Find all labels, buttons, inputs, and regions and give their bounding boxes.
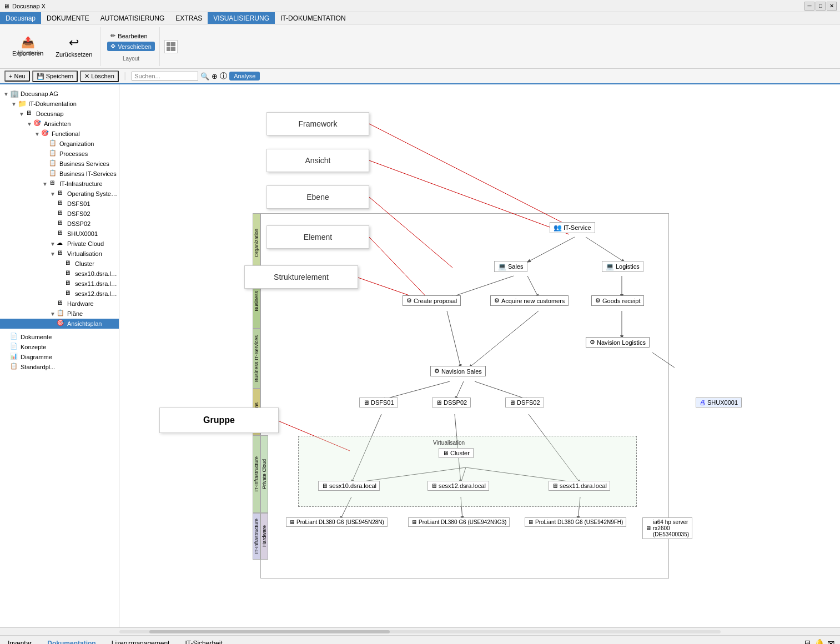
app-title: 🖥 Docusnap X xyxy=(3,3,46,9)
menu-automatisierung[interactable]: AUTOMATISIERUNG xyxy=(95,12,170,24)
node-goods-receipt[interactable]: ⚙ Goods receipt xyxy=(591,295,644,306)
sidebar-item-docusnap-ag[interactable]: ▼ 🏢 Docusnap AG xyxy=(0,89,119,99)
minimize-button[interactable]: ─ xyxy=(804,2,814,11)
bottom-icon-3[interactable]: ✉ xyxy=(827,638,834,644)
bottom-icon-2[interactable]: 🔔 xyxy=(814,638,825,644)
analyse-button[interactable]: Analyse xyxy=(229,72,260,80)
loeschen-label: Löschen xyxy=(91,73,114,79)
sidebar-item-diagramme[interactable]: 📊 Diagramme xyxy=(0,352,119,362)
sidebar-item-dokumente[interactable]: 📄 Dokumente xyxy=(0,332,119,342)
band-organization-label: Organization xyxy=(254,229,259,257)
verschieben-button[interactable]: ✥ Verschieben xyxy=(107,42,155,51)
bottom-icon-1[interactable]: 🖥 xyxy=(803,639,812,645)
cluster-label: Cluster xyxy=(450,450,470,456)
search-icon[interactable]: 🔍 xyxy=(200,72,209,80)
sidebar-item-processes[interactable]: 📋 Processes xyxy=(0,149,119,159)
svg-line-22 xyxy=(369,124,569,226)
save-icon: 💾 xyxy=(37,73,44,80)
sidebar-item-sesx12[interactable]: 🖥 sesx12.dsra.local xyxy=(0,289,119,299)
sidebar-item-konzepte[interactable]: 📄 Konzepte xyxy=(0,342,119,352)
horizontal-scrollbar[interactable] xyxy=(0,627,840,635)
sidebar-item-functional[interactable]: ▼ 🎯 Functional xyxy=(0,129,119,139)
edit-group: ✏ Bearbeiten ✥ Verschieben Layout xyxy=(103,27,160,66)
sidebar-item-hardware[interactable]: 🖥 Hardware xyxy=(0,299,119,309)
tab-inventar[interactable]: Inventar xyxy=(6,637,34,645)
menu-it-dokumentation[interactable]: IT-DOKUMENTATION xyxy=(275,12,351,24)
node-proliant3[interactable]: 🖥 ProLiant DL380 G6 (USE942N9FH) xyxy=(525,517,626,527)
callout-element: Element xyxy=(266,225,369,249)
sidebar-item-ansichtsplan[interactable]: 🎯 Ansichtsplan xyxy=(0,319,119,329)
node-dsfs01[interactable]: 🖥 DSFS01 xyxy=(359,398,398,407)
menubar: Docusnap DOKUMENTE AUTOMATISIERUNG EXTRA… xyxy=(0,12,840,24)
sidebar-item-cluster[interactable]: 🖥 Cluster xyxy=(0,259,119,269)
reset-icon: ↩ xyxy=(69,36,79,50)
sidebar-item-standardplan[interactable]: 📋 Standardpl... xyxy=(0,362,119,372)
search-icon2[interactable]: ⊕ xyxy=(212,72,218,80)
node-sesx10[interactable]: 🖥 sesx10.dsra.local xyxy=(318,481,380,491)
tab-it-sicherheit[interactable]: IT-Sicherheit xyxy=(183,637,224,645)
zuruecksetzen-button[interactable]: ↩ Zurücksetzen xyxy=(52,34,95,59)
maximize-button[interactable]: □ xyxy=(816,2,826,11)
toolbar2: + Neu 💾 Speichern ✕ Löschen │ 🔍 ⊕ ⓘ Anal… xyxy=(0,69,840,84)
menu-dokumente[interactable]: DOKUMENTE xyxy=(41,12,95,24)
sidebar-item-it-dokumentation[interactable]: ▼ 📁 IT-Dokumentation xyxy=(0,99,119,109)
sidebar: ▼ 🏢 Docusnap AG ▼ 📁 IT-Dokumentation ▼ 🖥… xyxy=(0,84,119,627)
node-dssp02[interactable]: 🖥 DSSP02 xyxy=(432,398,471,407)
export-icon: 📤 xyxy=(21,36,35,49)
sidebar-item-dsfs02[interactable]: 🖥 DSFS02 xyxy=(0,209,119,219)
sidebar-item-organization[interactable]: 📋 Organization xyxy=(0,139,119,149)
node-sesx12[interactable]: 🖥 sesx12.dsra.local xyxy=(427,481,489,491)
node-sesx11[interactable]: 🖥 sesx11.dsra.local xyxy=(549,481,610,491)
node-ia64[interactable]: 🖥 ia64 hp server rx2600 (DE53400035) xyxy=(642,517,692,539)
sidebar-item-plaene[interactable]: ▼ 📋 Pläne xyxy=(0,309,119,319)
speichern-label: Speichern xyxy=(46,73,74,79)
node-proliant2[interactable]: 🖥 ProLiant DL380 G6 (USE942N9G3) xyxy=(408,517,510,527)
bearbeiten-button[interactable]: ✏ Bearbeiten xyxy=(107,31,155,41)
close-button[interactable]: ✕ xyxy=(827,2,837,11)
node-dsfs02[interactable]: 🖥 DSFS02 xyxy=(505,398,544,407)
node-it-service[interactable]: 👥 IT-Service xyxy=(550,222,595,233)
sidebar-item-sesx11[interactable]: 🖥 sesx11.dsra.local xyxy=(0,279,119,289)
tab-dokumentation[interactable]: Dokumentation xyxy=(45,637,98,645)
sidebar-item-shux0001[interactable]: 🖥 SHUX0001 xyxy=(0,229,119,239)
sidebar-item-business-it-services[interactable]: 📋 Business IT-Services xyxy=(0,169,119,179)
sesx10-label: sesx10.dsra.local xyxy=(329,482,376,489)
node-navision-logistics[interactable]: ⚙ Navision Logistics xyxy=(586,337,650,348)
node-navision-sales[interactable]: ⚙ Navision Sales xyxy=(430,366,486,376)
node-acquire-customers[interactable]: ⚙ Acquire new customers xyxy=(490,295,569,306)
search-input[interactable] xyxy=(132,72,198,80)
gear-icon-1: ⚙ xyxy=(406,297,412,304)
band-business-it-services: Business IT-Services xyxy=(253,329,260,389)
loeschen-button[interactable]: ✕ Löschen xyxy=(80,71,119,82)
analyse-label: Analyse xyxy=(234,73,255,79)
layout-btn1[interactable] xyxy=(164,40,178,53)
node-create-proposal[interactable]: ⚙ Create proposal xyxy=(403,295,461,306)
sidebar-item-dssp02[interactable]: 🖥 DSSP02 xyxy=(0,219,119,229)
menu-visualisierung[interactable]: VISUALISIERUNG xyxy=(208,12,275,24)
sidebar-item-virtualisation[interactable]: ▼ 🖥 Virtualisation xyxy=(0,249,119,259)
dsfs02-label: DSFS02 xyxy=(517,399,540,406)
sidebar-item-operating-systems[interactable]: ▼ 🖥 Operating Systems xyxy=(0,189,119,199)
neu-button[interactable]: + Neu xyxy=(4,71,30,82)
scrollbar-thumb[interactable] xyxy=(149,630,390,633)
sidebar-item-docusnap[interactable]: ▼ 🖥 Docusnap xyxy=(0,109,119,119)
node-proliant1[interactable]: 🖥 ProLiant DL380 G6 (USE945N28N) xyxy=(286,517,388,527)
callout-strukturelement: Strukturelement xyxy=(244,265,358,289)
sidebar-item-private-cloud[interactable]: ▼ ☁ Private Cloud xyxy=(0,239,119,249)
node-shux0001[interactable]: 🖨 SHUX0001 xyxy=(696,398,742,407)
sidebar-item-sesx10[interactable]: 🖥 sesx10.dsra.local xyxy=(0,269,119,279)
menu-extras[interactable]: EXTRAS xyxy=(170,12,208,24)
speichern-button[interactable]: 💾 Speichern xyxy=(32,71,78,82)
navision-sales-label: Navision Sales xyxy=(441,368,482,375)
node-cluster[interactable]: 🖥 Cluster xyxy=(439,448,474,458)
node-sales[interactable]: 💻 Sales xyxy=(494,261,527,272)
menu-docusnap[interactable]: Docusnap xyxy=(0,12,41,24)
search-icon3[interactable]: ⓘ xyxy=(220,71,227,81)
sidebar-item-dsfs01[interactable]: 🖥 DSFS01 xyxy=(0,199,119,209)
sidebar-item-business-services[interactable]: 📋 Business Services xyxy=(0,159,119,169)
sidebar-item-it-infrastructure[interactable]: ▼ 🖥 IT-Infrastructure xyxy=(0,179,119,189)
node-logistics[interactable]: 💻 Logistics xyxy=(602,261,643,272)
tab-lizenzmanagement[interactable]: Lizenzmanagement xyxy=(109,637,172,645)
canvas-area[interactable]: Framework Ansicht Ebene Element Struktur… xyxy=(119,84,840,627)
sidebar-item-ansichten[interactable]: ▼ 🎯 Ansichten xyxy=(0,119,119,129)
